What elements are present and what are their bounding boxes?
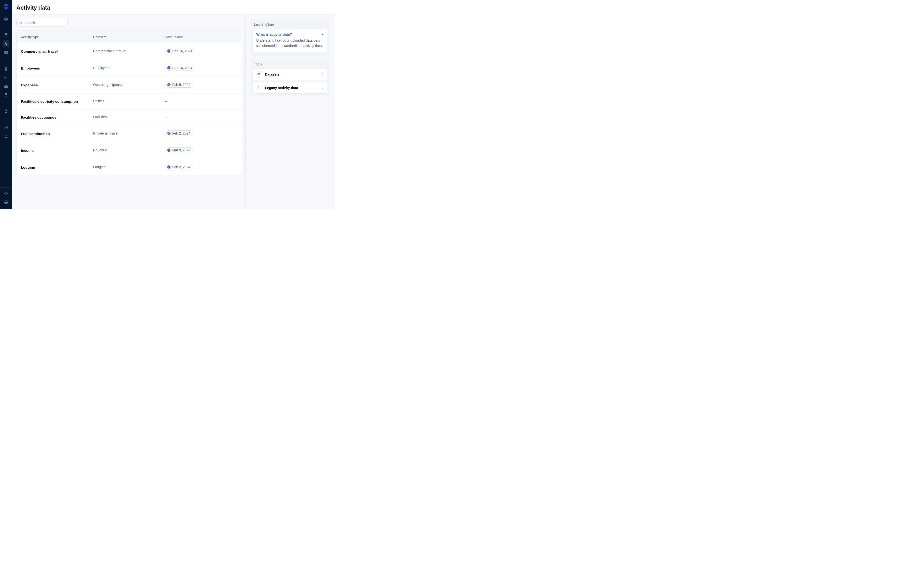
nav-file-icon[interactable] bbox=[3, 108, 10, 115]
last-upload-cell: – bbox=[165, 115, 237, 119]
svg-rect-2 bbox=[5, 51, 8, 54]
dataset-cell: Private air travel bbox=[93, 132, 165, 135]
tool-label: Datasets bbox=[265, 72, 318, 76]
upload-badge: Feb 2, 2024 bbox=[165, 130, 193, 136]
nav-wind-icon[interactable] bbox=[3, 133, 10, 140]
col-activity-type: Activity type bbox=[21, 35, 93, 39]
nav-settings-icon[interactable] bbox=[3, 199, 10, 206]
globe-icon bbox=[167, 165, 171, 169]
svg-point-12 bbox=[167, 166, 171, 169]
list-icon bbox=[256, 71, 262, 78]
last-upload-cell: Sep 16, 2024 bbox=[165, 48, 237, 54]
last-upload-cell: Feb 2, 2024 bbox=[165, 164, 237, 170]
search-field[interactable] bbox=[16, 19, 68, 27]
page-title: Activity data bbox=[16, 4, 330, 11]
svg-point-10 bbox=[167, 132, 171, 135]
tool-item[interactable]: Datasets bbox=[253, 68, 328, 80]
activity-type-cell: Fuel combustion bbox=[21, 132, 93, 136]
last-upload-cell: – bbox=[165, 99, 237, 103]
svg-point-15 bbox=[258, 75, 258, 75]
globe-icon bbox=[167, 49, 171, 53]
chevron-right-icon bbox=[321, 73, 325, 76]
upload-badge: Feb 2, 2024 bbox=[165, 164, 193, 170]
dataset-cell: Lodging bbox=[93, 165, 165, 169]
globe-icon bbox=[167, 148, 171, 152]
nav-activity-icon[interactable] bbox=[3, 41, 10, 47]
tools-panel: Tools DatasetsLegacy activity data bbox=[250, 59, 330, 96]
activity-type-cell: Income bbox=[21, 148, 93, 153]
svg-point-9 bbox=[167, 83, 171, 86]
svg-point-1 bbox=[5, 34, 6, 35]
page-header: Activity data bbox=[12, 0, 335, 15]
upload-empty: – bbox=[165, 115, 167, 119]
svg-point-14 bbox=[258, 74, 258, 75]
chevron-right-icon bbox=[321, 86, 325, 89]
col-last-upload: Last upload bbox=[165, 35, 237, 39]
activity-type-cell: Employees bbox=[21, 66, 93, 70]
table-header: Activity type Datasets Last upload bbox=[16, 31, 241, 43]
svg-point-13 bbox=[258, 73, 258, 74]
learning-hub-body: Understand how your uploaded data gets t… bbox=[256, 38, 324, 49]
history-icon bbox=[256, 85, 262, 91]
tools-title: Tools bbox=[253, 62, 328, 68]
nav-trophy-icon[interactable] bbox=[3, 91, 10, 98]
table-row[interactable]: Facilities electricity consumptionUtilit… bbox=[16, 93, 241, 109]
tool-item[interactable]: Legacy activity data bbox=[253, 82, 328, 94]
dataset-cell: Employees bbox=[93, 66, 165, 70]
activity-type-cell: Expenses bbox=[21, 83, 93, 87]
activity-type-cell: Commercial air travel bbox=[21, 49, 93, 54]
svg-point-11 bbox=[167, 149, 171, 152]
nav-grid-icon[interactable] bbox=[3, 49, 10, 56]
upload-badge: Mar 9, 2022 bbox=[165, 147, 193, 153]
tool-label: Legacy activity data bbox=[265, 86, 318, 90]
dataset-cell: Facilities bbox=[93, 115, 165, 119]
svg-point-5 bbox=[5, 202, 6, 203]
svg-point-0 bbox=[4, 4, 8, 9]
nav-chart-icon[interactable] bbox=[3, 74, 10, 81]
table-row[interactable]: LodgingLodgingFeb 2, 2024 bbox=[16, 159, 241, 176]
last-upload-cell: Sep 16, 2024 bbox=[165, 65, 237, 71]
last-upload-cell: Mar 9, 2022 bbox=[165, 147, 237, 153]
table-row[interactable]: ExpensesOperating expensesFeb 5, 2024 bbox=[16, 76, 241, 93]
table-row[interactable]: IncomeRevenueMar 9, 2022 bbox=[16, 142, 241, 159]
nav-help-icon[interactable] bbox=[3, 190, 10, 197]
last-upload-cell: Feb 2, 2024 bbox=[165, 130, 237, 136]
nav-home-icon[interactable] bbox=[3, 15, 10, 22]
nav-export-icon[interactable] bbox=[3, 124, 10, 131]
brand-logo-icon bbox=[3, 3, 9, 10]
svg-point-7 bbox=[167, 50, 171, 52]
learning-hub-link[interactable]: What is activity data? bbox=[256, 32, 292, 36]
nav-layers-icon[interactable] bbox=[3, 65, 10, 72]
last-upload-cell: Feb 5, 2024 bbox=[165, 82, 237, 88]
nav-global-icon[interactable] bbox=[3, 32, 10, 39]
search-input[interactable] bbox=[24, 21, 65, 25]
activity-type-cell: Lodging bbox=[21, 165, 93, 169]
activity-type-cell: Facilities occupancy bbox=[21, 115, 93, 119]
learning-hub-panel: Learning hub What is activity data? Unde… bbox=[250, 19, 330, 55]
table-row[interactable]: EmployeesEmployeesSep 16, 2024 bbox=[16, 60, 241, 76]
table-row[interactable]: Commercial air travelCommercial air trav… bbox=[16, 43, 241, 60]
dataset-cell: Utilities bbox=[93, 99, 165, 103]
globe-icon bbox=[167, 83, 171, 87]
col-datasets: Datasets bbox=[93, 35, 165, 39]
upload-empty: – bbox=[165, 99, 167, 103]
upload-badge: Sep 16, 2024 bbox=[165, 65, 195, 71]
svg-point-8 bbox=[167, 67, 171, 69]
table-row[interactable]: Fuel combustionPrivate air travelFeb 2, … bbox=[16, 125, 241, 142]
dataset-cell: Revenue bbox=[93, 148, 165, 152]
globe-icon bbox=[167, 132, 171, 135]
external-link-icon bbox=[321, 33, 324, 36]
table-row[interactable]: Facilities occupancyFacilities– bbox=[16, 109, 241, 125]
svg-point-6 bbox=[19, 22, 21, 24]
search-icon bbox=[19, 21, 23, 24]
globe-icon bbox=[167, 66, 171, 70]
dataset-cell: Operating expenses bbox=[93, 83, 165, 87]
activity-table: Activity type Datasets Last upload Comme… bbox=[16, 31, 241, 176]
upload-badge: Feb 5, 2024 bbox=[165, 82, 193, 88]
learning-hub-card[interactable]: What is activity data? Understand how yo… bbox=[253, 29, 328, 52]
activity-type-cell: Facilities electricity consumption bbox=[21, 99, 93, 104]
dataset-cell: Commercial air travel bbox=[93, 49, 165, 53]
learning-hub-title: Learning hub bbox=[253, 23, 328, 29]
upload-badge: Sep 16, 2024 bbox=[165, 48, 195, 54]
nav-factory-icon[interactable] bbox=[3, 83, 10, 89]
